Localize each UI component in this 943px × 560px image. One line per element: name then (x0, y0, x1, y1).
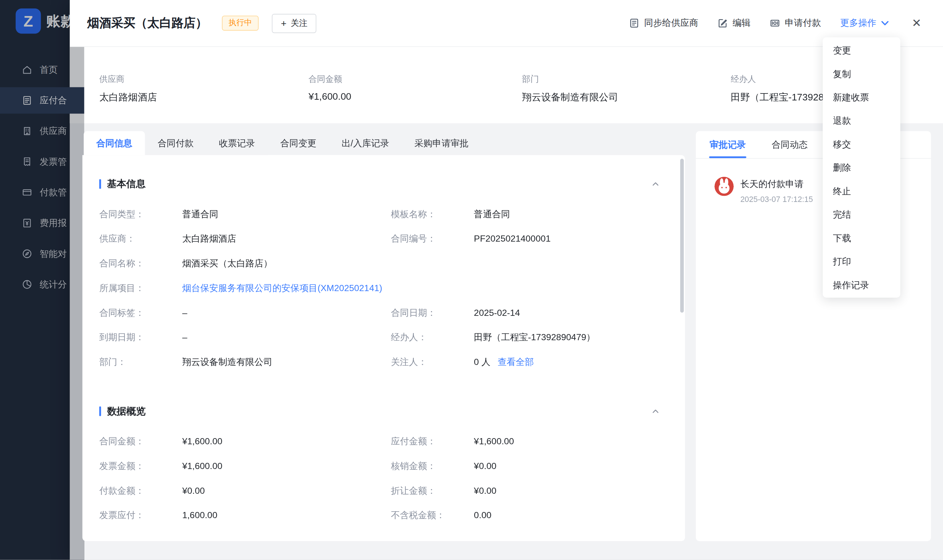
collapse-icon[interactable] (651, 407, 660, 415)
sidebar-item-statistics[interactable]: 统计分 (0, 271, 84, 298)
menu-item-refund[interactable]: 退款 (823, 109, 900, 132)
more-actions-label: 更多操作 (840, 17, 876, 29)
tab-contract-changes[interactable]: 合同变更 (268, 131, 329, 155)
menu-item-change[interactable]: 变更 (823, 38, 900, 62)
field-value: ¥1,600.00 (474, 435, 514, 448)
field-label: 经办人： (391, 331, 474, 343)
logo-letter: Z (24, 12, 33, 30)
field-value: 田野（工程宝-17392890479） (474, 331, 595, 343)
info-row: 合同标签：– 合同日期：2025-02-14 (99, 306, 661, 319)
info-row: 发票应付：1,600.00 不含税金额：0.00 (99, 509, 661, 522)
pie-chart-icon (22, 279, 32, 290)
sidebar-item-invoice[interactable]: 发票管 (0, 148, 84, 175)
menu-item-terminate[interactable]: 终止 (823, 179, 900, 202)
view-all-link[interactable]: 查看全部 (497, 355, 534, 368)
sidebar-item-expense[interactable]: 费用报 (0, 210, 84, 237)
field-value: 普通合同 (474, 208, 510, 220)
avatar (714, 177, 734, 196)
field-value: 太白路烟酒店 (182, 232, 237, 245)
request-payment-button[interactable]: 申请付款 (770, 17, 821, 29)
field-value: 1,600.00 (182, 509, 217, 522)
field-label: 关注人： (391, 355, 474, 368)
section-accent-bar (99, 406, 101, 416)
tab-purchase-approval[interactable]: 采购申请审批 (402, 131, 481, 155)
contract-icon (22, 95, 32, 106)
sync-supplier-label: 同步给供应商 (644, 17, 698, 29)
follow-button-label: 关注 (291, 18, 308, 29)
project-link[interactable]: 烟台保安服务有限公司的安保项目(XM202502141) (182, 281, 383, 294)
field-label: 合同编号： (391, 232, 474, 245)
field-label: 不含税金额： (391, 509, 474, 522)
basic-info-section-header: 基本信息 (99, 178, 661, 190)
tab-contract-activity[interactable]: 合同动态 (772, 139, 808, 158)
field-label: 合同名称： (99, 257, 182, 270)
sidebar-item-label: 发票管 (40, 156, 67, 168)
receipt-icon (22, 157, 32, 168)
summary-amount: 合同金额 ¥1,600.00 (309, 74, 522, 124)
info-row: 部门：翔云设备制造有限公司 关注人：0 人查看全部 (99, 355, 661, 368)
menu-item-transfer[interactable]: 移交 (823, 132, 900, 156)
tab-inventory-records[interactable]: 出/入库记录 (329, 131, 402, 155)
section-accent-bar (99, 179, 101, 188)
field-label: 供应商： (99, 232, 182, 245)
sidebar-item-payment[interactable]: 付款管 (0, 179, 84, 206)
data-overview-section-header: 数据概览 (99, 405, 661, 417)
field-value: 翔云设备制造有限公司 (182, 355, 272, 368)
approval-entry-time: 2025-03-07 17:12:15 (740, 195, 813, 204)
more-actions-button[interactable]: 更多操作 (840, 17, 890, 29)
payment-icon (770, 18, 780, 28)
field-label: 发票金额： (99, 459, 182, 472)
field-label: 合同类型： (99, 208, 182, 220)
sync-icon (629, 18, 640, 28)
menu-item-operation-log[interactable]: 操作记录 (823, 273, 900, 296)
plus-icon: + (281, 18, 286, 28)
sidebar-item-label: 应付合 (40, 95, 67, 106)
info-row: 到期日期：– 经办人：田野（工程宝-17392890479） (99, 331, 661, 343)
field-value: ¥1,600.00 (182, 459, 222, 472)
field-value: ¥0.00 (474, 484, 497, 497)
sync-supplier-button[interactable]: 同步给供应商 (629, 17, 698, 29)
scrollbar-thumb[interactable] (680, 158, 684, 312)
request-payment-label: 申请付款 (785, 17, 821, 29)
menu-item-delete[interactable]: 删除 (823, 156, 900, 179)
menu-item-copy[interactable]: 复制 (823, 62, 900, 85)
app-viewport: Z 账款 首页 应付合 供应商 发票管 付款管 (0, 0, 943, 560)
tab-contract-payment[interactable]: 合同付款 (145, 131, 206, 155)
info-row: 合同类型：普通合同 模板名称：普通合同 (99, 208, 661, 220)
close-icon[interactable]: ✕ (912, 17, 921, 29)
logo-icon: Z (15, 8, 41, 34)
field-label: 发票应付： (99, 509, 182, 522)
tab-contract-info[interactable]: 合同信息 (84, 131, 145, 155)
menu-item-print[interactable]: 打印 (823, 249, 900, 273)
section-title: 数据概览 (107, 405, 146, 418)
menu-item-download[interactable]: 下载 (823, 226, 900, 249)
info-row: 所属项目：烟台保安服务有限公司的安保项目(XM202502141) (99, 281, 661, 294)
tab-receipt-records[interactable]: 收票记录 (206, 131, 268, 155)
field-value: – (182, 306, 188, 319)
field-label: 到期日期： (99, 331, 182, 343)
edit-button[interactable]: 编辑 (717, 17, 751, 29)
contract-info-card: 基本信息 合同类型：普通合同 模板名称：普通合同 供应商：太白路烟酒店 合同编号… (82, 155, 685, 541)
collapse-icon[interactable] (651, 180, 660, 188)
follow-button[interactable]: + 关注 (272, 14, 317, 33)
contract-tabs: 合同信息 合同付款 收票记录 合同变更 出/入库记录 采购申请审批 (84, 131, 481, 155)
expense-icon (22, 218, 32, 229)
menu-item-new-receipt[interactable]: 新建收票 (823, 86, 900, 109)
field-value: ¥1,600.00 (182, 435, 222, 448)
section-title: 基本信息 (107, 178, 146, 190)
field-value: 0.00 (474, 509, 491, 522)
compass-icon (22, 248, 32, 259)
home-icon (22, 65, 32, 75)
approval-entry-text: 长天的付款申请 2025-03-07 17:12:15 (740, 177, 813, 204)
tab-approval-records[interactable]: 审批记录 (710, 139, 746, 158)
sidebar-item-reconciliation[interactable]: 智能对 (0, 240, 84, 267)
field-value: 0 人 (474, 355, 490, 368)
info-row: 付款金额：¥0.00 折让金额：¥0.00 (99, 484, 661, 497)
menu-item-finish[interactable]: 完结 (823, 203, 900, 226)
info-row: 合同名称：烟酒采买（太白路店） (99, 257, 661, 270)
contract-detail-drawer: 烟酒采买（太白路店） 执行中 + 关注 同步给供应商 编辑 申请付款 (70, 0, 943, 560)
sidebar-item-label: 供应商 (40, 126, 67, 137)
edit-icon (717, 18, 728, 28)
summary-value: ¥1,600.00 (309, 91, 522, 102)
summary-supplier: 供应商 太白路烟酒店 (99, 74, 309, 124)
